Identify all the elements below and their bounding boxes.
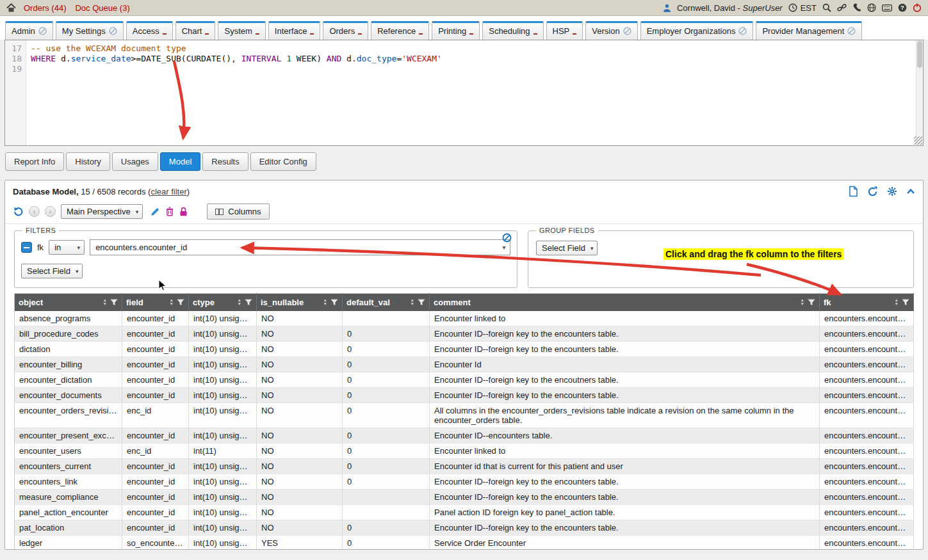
result-tab-history[interactable]: History <box>66 152 110 171</box>
search-icon[interactable] <box>822 3 831 12</box>
cell-ctype: int(10) unsigned <box>189 535 257 550</box>
lock-icon[interactable] <box>179 207 188 216</box>
column-header-default_val[interactable]: default_val▲▼ <box>343 294 430 311</box>
nav-tab-printing[interactable]: Printing <box>432 21 480 40</box>
sql-editor[interactable]: 17-- use the WCEXAM document type18WHERE… <box>4 40 924 146</box>
topbar-link[interactable]: Orders (44) <box>24 3 66 13</box>
filter-funnel-icon[interactable] <box>418 299 425 306</box>
remove-filter-button[interactable] <box>21 242 32 253</box>
sort-icon[interactable]: ▲▼ <box>801 298 804 306</box>
clock-icon[interactable] <box>788 3 797 12</box>
filter-funnel-icon[interactable] <box>902 299 909 306</box>
keyboard-icon[interactable] <box>882 4 892 12</box>
result-tab-usages[interactable]: Usages <box>112 152 158 171</box>
filter-operator-select[interactable]: in ▾ <box>49 240 85 255</box>
nav-tab-access[interactable]: Access <box>126 21 173 40</box>
table-row[interactable]: encounter_orders_revisionsenc_idint(10) … <box>15 403 914 428</box>
table-row[interactable]: encounter_documentsencounter_idint(10) u… <box>15 387 914 403</box>
filter-funnel-icon[interactable] <box>245 299 252 306</box>
panel-title: Database Model, 15 / 6508 records (clear… <box>13 187 190 196</box>
refresh-icon[interactable] <box>867 186 878 197</box>
table-row[interactable]: pat_locationencounter_idint(10) unsigned… <box>15 520 914 535</box>
link-icon[interactable] <box>837 3 847 12</box>
editor-scrollbar[interactable] <box>916 40 923 145</box>
nav-tab-provider-management[interactable]: Provider Management <box>756 21 862 40</box>
column-header-ctype[interactable]: ctype▲▼ <box>189 294 257 311</box>
columns-button[interactable]: Columns <box>207 204 269 220</box>
collapse-icon[interactable] <box>906 188 915 195</box>
column-header-field[interactable]: field▲▼ <box>122 294 189 311</box>
help-icon[interactable]: ? <box>898 3 907 12</box>
new-document-icon[interactable] <box>849 186 858 197</box>
edit-pencil-icon[interactable] <box>151 207 160 216</box>
nav-tab-chart[interactable]: Chart <box>175 21 216 40</box>
cell-object: measure_compliance <box>15 489 122 504</box>
result-tab-report-info[interactable]: Report Info <box>5 152 64 171</box>
scrollbar-thumb[interactable] <box>917 41 922 68</box>
filter-funnel-icon[interactable] <box>110 299 118 306</box>
sort-icon[interactable]: ▲▼ <box>895 298 899 306</box>
table-row[interactable]: encounter_usersenc_idint(11)NO0Encounter… <box>15 443 914 458</box>
nav-tab-reference[interactable]: Reference <box>371 21 429 40</box>
filter-funnel-icon[interactable] <box>330 299 338 306</box>
nav-tab-admin[interactable]: Admin <box>5 21 53 40</box>
column-header-is_nullable[interactable]: is_nullable▲▼ <box>257 294 343 311</box>
nav-forward-button[interactable]: › <box>45 206 56 217</box>
clear-filters-icon[interactable] <box>502 233 512 244</box>
table-row[interactable]: encounters_currentencounter_idint(10) un… <box>15 458 914 474</box>
tab-shortcut-mark <box>573 33 576 35</box>
nav-tab-interface[interactable]: Interface <box>268 21 321 40</box>
nav-tab-my-settings[interactable]: My Settings <box>56 21 124 40</box>
filters-fieldset: FILTERS fk in ▾ ▾ Select Field ▾ <box>14 227 517 288</box>
sort-icon[interactable]: ▲▼ <box>103 298 107 306</box>
undo-icon[interactable] <box>13 207 24 217</box>
sort-icon[interactable]: ▲▼ <box>411 298 414 306</box>
group-field-select[interactable]: Select Field ▾ <box>536 241 598 255</box>
result-tab-editor-config[interactable]: Editor Config <box>250 152 316 171</box>
perspective-select[interactable]: Main Perspective ▾ <box>61 204 143 219</box>
nav-tab-scheduling[interactable]: Scheduling <box>482 21 543 40</box>
sort-icon[interactable]: ▲▼ <box>323 298 327 306</box>
nav-tab-orders[interactable]: Orders <box>323 21 368 40</box>
filters-legend: FILTERS <box>22 227 59 234</box>
combo-dropdown-icon[interactable]: ▾ <box>498 244 510 251</box>
table-row[interactable]: panel_action_encounterencounter_idint(10… <box>15 504 914 520</box>
phone-icon[interactable] <box>852 3 861 12</box>
nav-tab-employer-organizations[interactable]: Employer Organizations <box>640 21 754 40</box>
table-row[interactable]: absence_programsencounter_idint(10) unsi… <box>15 311 914 326</box>
sort-icon[interactable]: ▲▼ <box>170 298 174 306</box>
filter-value-input[interactable] <box>90 243 498 252</box>
table-row[interactable]: encounter_billingencounter_idint(10) uns… <box>15 356 914 372</box>
clear-filter-link[interactable]: clear filter <box>151 187 186 196</box>
filter-funnel-icon[interactable] <box>808 299 815 306</box>
table-row[interactable]: measure_complianceencounter_idint(10) un… <box>15 489 914 504</box>
sort-icon[interactable]: ▲▼ <box>238 298 241 306</box>
settings-gear-icon[interactable] <box>887 186 897 196</box>
nav-tab-hsp[interactable]: HSP <box>546 21 583 40</box>
home-icon[interactable] <box>6 3 16 13</box>
add-filter-field-select[interactable]: Select Field ▾ <box>21 264 83 278</box>
cell-ctype: int(10) unsigned <box>189 341 257 356</box>
table-row[interactable]: dictationencounter_idint(10) unsignedNO0… <box>15 341 914 356</box>
column-header-comment[interactable]: comment▲▼ <box>430 294 820 311</box>
nav-back-button[interactable]: ‹ <box>29 206 40 217</box>
power-icon[interactable] <box>913 3 922 12</box>
filter-funnel-icon[interactable] <box>177 299 184 306</box>
table-row[interactable]: encounter_present_exceptencounter_idint(… <box>15 428 914 443</box>
table-row[interactable]: encounter_dictationencounter_idint(10) u… <box>15 372 914 387</box>
column-header-object[interactable]: object▲▼ <box>15 294 122 311</box>
table-row[interactable]: bill_procedure_codesencounter_idint(10) … <box>15 326 914 341</box>
result-tab-model[interactable]: Model <box>160 152 200 171</box>
column-label: default_val <box>346 298 390 307</box>
topbar-link[interactable]: Doc Queue (3) <box>75 3 129 13</box>
delete-trash-icon[interactable] <box>165 207 174 216</box>
table-row[interactable]: ledgerso_encounter_idint(10) unsignedYES… <box>15 535 914 550</box>
nav-tab-system[interactable]: System <box>218 21 265 40</box>
nav-tab-version[interactable]: Version <box>585 21 637 40</box>
result-tab-results[interactable]: Results <box>202 152 248 171</box>
globe-icon[interactable] <box>867 3 876 12</box>
user-icon <box>663 4 671 12</box>
resize-grip-icon[interactable] <box>914 136 922 145</box>
table-row[interactable]: encounters_linkencounter_idint(10) unsig… <box>15 474 914 489</box>
column-header-fk[interactable]: fk▲▼ <box>820 294 914 311</box>
